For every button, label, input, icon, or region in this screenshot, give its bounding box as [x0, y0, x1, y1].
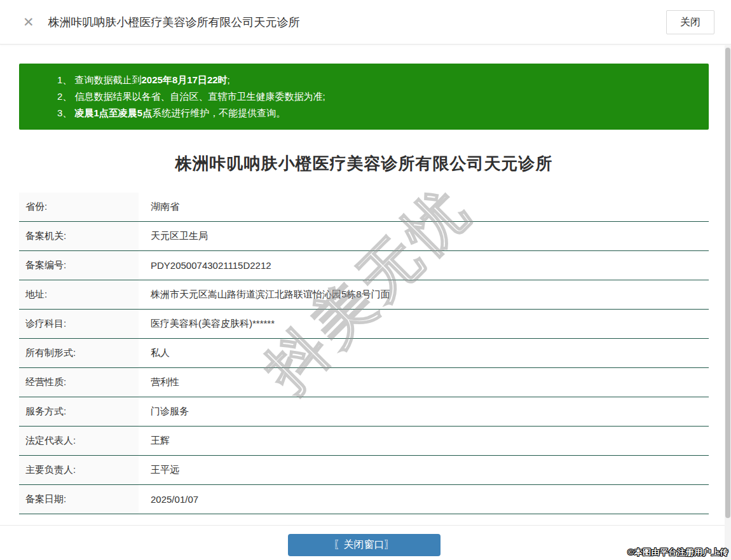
row-label: 诊疗科目: — [19, 310, 139, 338]
row-value: 湖南省 — [139, 193, 179, 221]
row-value: 医疗美容科(美容皮肤科)****** — [139, 310, 275, 338]
row-value: 2025/01/07 — [139, 485, 198, 514]
info-table: 省份: 湖南省 备案机关: 天元区卫生局 备案编号: PDY2050074302… — [19, 193, 709, 514]
notice-line: 1、 查询数据截止到2025年8月17日22时; — [57, 72, 696, 88]
row-value: 王辉 — [139, 427, 170, 455]
row-label: 省份: — [19, 193, 139, 221]
notice-line: 3、 凌晨1点至凌晨5点系统进行维护，不能提供查询。 — [57, 105, 696, 121]
table-row-ownership: 所有制形式: 私人 — [19, 339, 709, 368]
table-row-filing-date: 备案日期: 2025/01/07 — [19, 485, 709, 514]
close-window-button[interactable]: 〖关闭窗口〗 — [288, 534, 441, 556]
table-row-medical-subjects: 诊疗科目: 医疗美容科(美容皮肤科)****** — [19, 310, 709, 339]
row-value: 门诊服务 — [139, 397, 189, 426]
table-row-province: 省份: 湖南省 — [19, 193, 709, 222]
notice-line: 2、 信息数据结果以各省、自治区、直辖市卫生健康委数据为准; — [57, 88, 696, 105]
row-value: 王平远 — [139, 456, 179, 484]
table-row-filing-number: 备案编号: PDY20500743021115D2212 — [19, 251, 709, 280]
row-label: 经营性质: — [19, 368, 139, 397]
table-row-legal-representative: 法定代表人: 王辉 — [19, 427, 709, 456]
corner-watermark: ©本图由平台注册用户上传 — [627, 547, 728, 558]
table-row-address: 地址: 株洲市天元区嵩山路街道滨江北路联谊怡沁园5栋8号门面 — [19, 280, 709, 310]
row-label: 法定代表人: — [19, 427, 139, 455]
row-label: 备案编号: — [19, 251, 139, 280]
row-value: 天元区卫生局 — [139, 222, 208, 250]
table-row-service-mode: 服务方式: 门诊服务 — [19, 397, 709, 427]
page-title: 株洲咔叽呐肤小橙医疗美容诊所有限公司天元诊所 — [19, 153, 709, 175]
close-x-icon[interactable]: ✕ — [23, 15, 34, 29]
table-row-filing-authority: 备案机关: 天元区卫生局 — [19, 222, 709, 251]
window-header: ✕ 株洲咔叽呐肤小橙医疗美容诊所有限公司天元诊所 关闭 — [0, 0, 731, 44]
row-label: 备案机关: — [19, 222, 139, 250]
row-label: 地址: — [19, 280, 139, 309]
scrollbar-thumb[interactable] — [725, 48, 730, 518]
row-value: 营利性 — [139, 368, 179, 397]
row-value: 私人 — [139, 339, 170, 367]
row-value: 株洲市天元区嵩山路街道滨江北路联谊怡沁园5栋8号门面 — [139, 280, 390, 309]
table-row-business-nature: 经营性质: 营利性 — [19, 368, 709, 397]
vertical-scrollbar[interactable] — [725, 45, 731, 560]
notice-banner: 1、 查询数据截止到2025年8月17日22时; 2、 信息数据结果以各省、自治… — [19, 64, 709, 130]
table-row-main-person-in-charge: 主要负责人: 王平远 — [19, 456, 709, 485]
page-content: 1、 查询数据截止到2025年8月17日22时; 2、 信息数据结果以各省、自治… — [19, 64, 709, 556]
row-label: 主要负责人: — [19, 456, 139, 484]
close-button[interactable]: 关闭 — [666, 10, 714, 34]
row-label: 服务方式: — [19, 397, 139, 426]
row-value: PDY20500743021115D2212 — [139, 251, 271, 280]
footer: 〖关闭窗口〗 — [19, 526, 709, 556]
row-label: 所有制形式: — [19, 339, 139, 367]
row-label: 备案日期: — [19, 485, 139, 514]
window-title: 株洲咔叽呐肤小橙医疗美容诊所有限公司天元诊所 — [48, 15, 300, 30]
